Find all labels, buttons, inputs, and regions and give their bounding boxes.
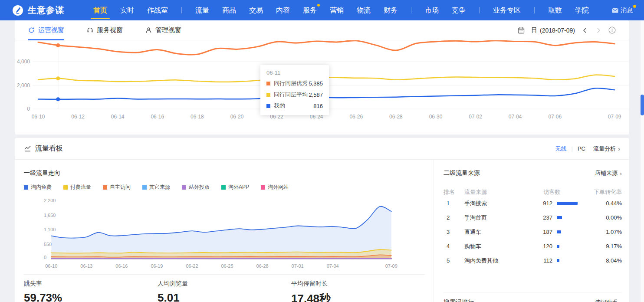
info-icon[interactable] bbox=[608, 26, 616, 34]
nav-menu: 首页实时作战室流量商品交易内容服务营销物流财务市场竞争业务专区取数学院 bbox=[87, 0, 595, 20]
traffic-analysis-label: 流量分析 bbox=[593, 145, 616, 153]
board-title: 流量看板 bbox=[35, 144, 63, 153]
nav-item-流量[interactable]: 流量 bbox=[195, 0, 209, 20]
nav-item-竞争[interactable]: 竞争 bbox=[452, 0, 466, 20]
view-tab-运营视窗[interactable]: 运营视窗 bbox=[28, 20, 64, 40]
svg-text:06-26: 06-26 bbox=[349, 114, 363, 120]
traffic-source-row: 3直通车1871.07% bbox=[444, 225, 622, 239]
legend-item-淘外APP[interactable]: 淘外APP bbox=[221, 184, 249, 191]
svg-text:06-30: 06-30 bbox=[429, 114, 443, 120]
view-tab-管理视窗[interactable]: 管理视窗 bbox=[145, 20, 181, 40]
svg-text:06-16: 06-16 bbox=[151, 114, 164, 120]
rank-cell: 1 bbox=[444, 200, 464, 207]
svg-text:06-28: 06-28 bbox=[256, 263, 269, 269]
traffic-analysis-link[interactable]: 流量分析 › bbox=[593, 145, 620, 153]
calendar-icon[interactable] bbox=[518, 27, 525, 34]
svg-text:07-04: 07-04 bbox=[509, 114, 522, 120]
rank-cell: 3 bbox=[444, 229, 464, 235]
legend-item-其它来源[interactable]: 其它来源 bbox=[142, 184, 170, 191]
nav-item-市场[interactable]: 市场 bbox=[425, 0, 439, 20]
svg-text:06-12: 06-12 bbox=[71, 114, 85, 120]
source-cell[interactable]: 直通车 bbox=[464, 228, 522, 236]
nav-item-交易[interactable]: 交易 bbox=[249, 0, 263, 20]
svg-text:06-10: 06-10 bbox=[45, 263, 57, 269]
svg-text:07-09: 07-09 bbox=[385, 263, 398, 269]
tooltip-date: 06-11 bbox=[266, 69, 323, 76]
svg-text:06-22: 06-22 bbox=[186, 263, 198, 269]
svg-text:07-09: 07-09 bbox=[608, 114, 621, 120]
nav-item-物流[interactable]: 物流 bbox=[357, 0, 371, 20]
stat-label: 平均停留时长 bbox=[291, 280, 425, 288]
series-value: 5,385 bbox=[309, 80, 323, 87]
nav-item-商品[interactable]: 商品 bbox=[222, 0, 236, 20]
tooltip-row: 我的816 bbox=[266, 102, 323, 110]
date-picker[interactable]: 日 (2018-07-09) bbox=[531, 26, 575, 34]
svg-text:07-04: 07-04 bbox=[327, 263, 339, 269]
series-value: 2,587 bbox=[309, 92, 323, 98]
view-tab-服务视窗[interactable]: 服务视窗 bbox=[87, 20, 123, 40]
notification-dot bbox=[633, 5, 636, 8]
device-tab-wireless[interactable]: 无线 bbox=[555, 145, 567, 153]
secondary-traffic-header: 二级流量来源 店铺来源 › bbox=[444, 169, 622, 177]
series-name: 同行同层平均 bbox=[274, 91, 308, 98]
legend-label: 自主访问 bbox=[110, 184, 131, 191]
nav-item-学院[interactable]: 学院 bbox=[575, 0, 589, 20]
legend-label: 其它来源 bbox=[149, 184, 170, 191]
nav-item-营销[interactable]: 营销 bbox=[330, 0, 344, 20]
word-helper-link[interactable]: 选词助手 › bbox=[595, 299, 622, 302]
legend-item-站外投放[interactable]: 站外投放 bbox=[182, 184, 210, 191]
nav-item-服务[interactable]: 服务 bbox=[303, 0, 317, 20]
device-switch: 无线 | PC bbox=[555, 145, 585, 153]
view-tabs-bar: 运营视窗服务视窗管理视窗 日 (2018-07-09) bbox=[15, 20, 629, 40]
messages-button[interactable]: 消息 bbox=[612, 7, 633, 14]
source-cell[interactable]: 手淘搜索 bbox=[464, 200, 522, 207]
source-cell[interactable]: 购物车 bbox=[464, 243, 522, 250]
series-name: 同行同层优秀 bbox=[274, 79, 308, 87]
svg-text:1,100: 1,100 bbox=[44, 227, 56, 232]
nav-item-首页[interactable]: 首页 bbox=[93, 0, 107, 20]
nav-item-财务[interactable]: 财务 bbox=[384, 0, 398, 20]
chart-tooltip: 06-11 同行同层优秀5,385同行同层平均2,587我的816 bbox=[260, 65, 329, 115]
svg-text:07-06: 07-06 bbox=[548, 114, 562, 120]
messages-label: 消息 bbox=[621, 7, 633, 14]
table-header-cell: 流量来源 bbox=[464, 188, 522, 196]
traffic-stats-row: 跳失率 59.73% 人均浏览量 5.01 平均停留时长 17.48秒 bbox=[24, 274, 425, 302]
source-cell[interactable]: 淘内免费其他 bbox=[464, 257, 522, 265]
traffic-board-card: 流量看板 无线 | PC 流量分析 › 一级流量走向 淘内免费付费流量自主访问其… bbox=[15, 138, 629, 302]
visitors-bar bbox=[557, 202, 582, 205]
source-cell[interactable]: 手淘首页 bbox=[464, 214, 522, 222]
legend-item-淘内免费[interactable]: 淘内免费 bbox=[24, 184, 52, 191]
svg-text:06-14: 06-14 bbox=[111, 114, 125, 120]
legend-item-淘外网站[interactable]: 淘外网站 bbox=[261, 184, 289, 191]
device-tab-pc[interactable]: PC bbox=[578, 145, 585, 152]
svg-text:06-18: 06-18 bbox=[191, 114, 204, 120]
nav-item-业务专区[interactable]: 业务专区 bbox=[493, 0, 521, 20]
nav-item-内容[interactable]: 内容 bbox=[276, 0, 290, 20]
series-value: 816 bbox=[313, 103, 323, 109]
traffic-area-chart[interactable]: 2,2001,6501,100550006-1006-1306-1606-190… bbox=[24, 195, 421, 271]
series-color-swatch bbox=[266, 93, 270, 97]
stat-value: 17.48秒 bbox=[291, 291, 425, 302]
brand-name: 生意参谋 bbox=[28, 4, 64, 16]
search-words-footer: 搜索词排行 选词助手 › bbox=[444, 292, 622, 302]
visitors-cell: 187 bbox=[522, 229, 552, 235]
legend-label: 付费流量 bbox=[70, 184, 91, 191]
conversion-rate-cell: 8.04% bbox=[582, 257, 622, 264]
chevron-right-icon[interactable] bbox=[595, 27, 602, 34]
legend-item-自主访问[interactable]: 自主访问 bbox=[103, 184, 131, 191]
chevron-left-icon[interactable] bbox=[582, 27, 588, 34]
legend-color-swatch bbox=[103, 185, 107, 190]
nav-item-实时[interactable]: 实时 bbox=[120, 0, 134, 20]
shop-source-link[interactable]: 店铺来源 › bbox=[595, 169, 622, 177]
nav-item-作战室[interactable]: 作战室 bbox=[147, 0, 168, 20]
date-value: (2018-07-09) bbox=[540, 27, 575, 34]
nav-item-取数[interactable]: 取数 bbox=[548, 0, 562, 20]
svg-text:550: 550 bbox=[44, 242, 52, 247]
brand[interactable]: 生意参谋 bbox=[12, 4, 64, 16]
legend-item-付费流量[interactable]: 付费流量 bbox=[63, 184, 91, 191]
sync-icon bbox=[28, 27, 35, 33]
page-scrollbar-thumb[interactable] bbox=[641, 95, 644, 115]
legend-color-swatch bbox=[24, 185, 28, 190]
legend-color-swatch bbox=[182, 185, 186, 190]
line-chart-icon bbox=[24, 145, 31, 152]
